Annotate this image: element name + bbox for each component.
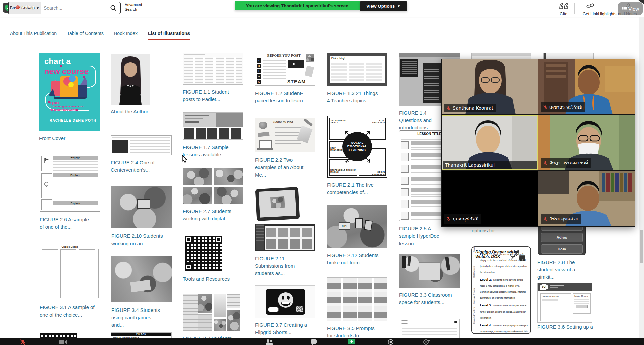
figure-thumbnail-dok[interactable]: Digging Deeper with Webb's DOK Recall Le… xyxy=(471,246,531,334)
smiley-icon xyxy=(277,292,294,308)
video-tile-asada[interactable]: อัษฎา วรรณคายนต์ xyxy=(538,115,635,170)
muted-mic-icon xyxy=(446,106,451,110)
caption-figure-2-2[interactable]: FIGURE 2.2 Two examples of an About Me..… xyxy=(255,156,305,178)
search-icon xyxy=(110,5,117,11)
figure-thumbnail-3-1[interactable]: Choice Board xyxy=(40,244,100,299)
search-button[interactable] xyxy=(107,2,120,14)
video-call-overlay: Santhana Koonrat เดชาธร จะริรัมย์ xyxy=(441,59,635,227)
caption-figure-2-6[interactable]: FIGURE 2.6 A sample of one of the... xyxy=(40,216,94,231)
cover-subtitle-2: to teaching essential skills xyxy=(50,105,84,108)
caption-figure-2-11[interactable]: FIGURE 2.11 Submissions from students as… xyxy=(255,255,297,277)
tab-book-index[interactable]: Book Index xyxy=(114,31,138,39)
figure-thumbnail-list-partial[interactable] xyxy=(399,319,460,339)
scrollbar[interactable] xyxy=(639,17,644,338)
figure-thumbnail-1-3[interactable]: Pick a thing! xyxy=(327,53,387,86)
figure-thumbnail-about-author[interactable] xyxy=(111,54,150,105)
caption-partial-options-for[interactable]: options for... xyxy=(472,227,529,234)
caption-figure-2-5[interactable]: FIGURE 2.5 A sample HyperDoc lesson... xyxy=(399,225,448,247)
tab-list-of-illustrations[interactable]: List of Illustrations xyxy=(148,31,190,40)
caption-figure-2-8[interactable]: FIGURE 2.8 The student view of a gimkit.… xyxy=(537,259,592,280)
caption-about-author[interactable]: About the Author xyxy=(111,108,171,115)
dok-level-1: Recall Level 1: Students receive informa… xyxy=(480,250,528,274)
screen: Basic Search ▼ ording Advanced Search Yo… xyxy=(0,0,644,345)
figure-thumbnail-1-2[interactable]: BEFORE YOU POST T H I N K STEAM xyxy=(255,53,315,86)
video-tile-thanakrit[interactable]: Thanakrit Lapassirikul xyxy=(442,115,538,170)
figure-thumbnail-2-2[interactable]: Sobre mi vida xyxy=(255,118,315,152)
byp-letter: T xyxy=(257,58,261,63)
video-tile-dechathon[interactable]: เดชาธร จะริรัมย์ xyxy=(538,59,635,114)
advanced-search-link[interactable]: Advanced Search xyxy=(125,2,148,12)
view-options-button[interactable]: View Options ▼ xyxy=(360,1,407,11)
record-icon[interactable] xyxy=(388,339,394,345)
yoteach-make-room: Make Room xyxy=(574,295,590,298)
caption-figure-1-2[interactable]: FIGURE 1.2 Student-paced lesson to learn… xyxy=(255,90,311,105)
dok-level-3: Strategic Thinking Level 3: Students mov… xyxy=(480,302,528,320)
yoteach-search-room: Search Room xyxy=(542,295,571,298)
reactions-icon[interactable] xyxy=(423,339,431,345)
figure-thumbnail-2-11b[interactable] xyxy=(255,224,315,251)
chevron-down-icon: ▼ xyxy=(36,6,39,10)
screenshare-banner: You are viewing Thanakrit Lapassirikul's… xyxy=(235,1,360,10)
figure-thumbnail-2-11a[interactable] xyxy=(255,187,300,221)
cite-button[interactable]: Cite xyxy=(553,3,574,16)
figure-thumbnail-2-6[interactable]: Engage Explore Explain xyxy=(40,154,100,212)
worksheet-engage-header: Engage xyxy=(53,156,98,160)
search-input[interactable] xyxy=(41,2,107,14)
figure-thumbnail-2-4[interactable] xyxy=(111,135,172,155)
chat-icon[interactable] xyxy=(310,339,317,345)
figure-thumbnail-2-1[interactable]: RELATIONSHIP SKILLS SELF-AWARENESS SELF-… xyxy=(327,116,387,178)
figure-thumbnail-3-4[interactable] xyxy=(111,256,172,302)
caption-figure-2-10[interactable]: FIGURE 2.10 Students working on an... xyxy=(111,232,165,247)
participants-icon[interactable] xyxy=(265,339,274,345)
caption-figure-3-5[interactable]: FIGURE 3.5 Prompts for students to... xyxy=(327,325,381,339)
caption-figure-2-7[interactable]: FIGURE 2.7 Students working with digital… xyxy=(183,208,236,222)
participant-name-badge: เดชาธร จะริรัมย์ xyxy=(541,102,585,112)
video-tile-watchara[interactable]: วัชระ สุขแสวง xyxy=(538,171,635,226)
figure-thumbnail-3-3[interactable] xyxy=(399,254,460,288)
bulb-icon xyxy=(44,181,49,188)
figure-thumbnail-3-6[interactable]: YO! Search Room Make Room xyxy=(537,283,592,323)
dok-credit: @woodard_julie xyxy=(513,330,528,332)
video-tile-santhana[interactable]: Santhana Koonrat xyxy=(442,59,538,114)
caption-figure-3-4[interactable]: FIGURE 3.4 Students using card games and… xyxy=(111,306,165,328)
figure-thumbnail-2-10[interactable] xyxy=(111,186,172,228)
byp-title: BEFORE YOU POST xyxy=(265,54,302,57)
caption-figure-1-3[interactable]: FIGURE 1.3 21 Things 4 Teachers topics..… xyxy=(327,90,381,105)
caption-figure-1-1[interactable]: FIGURE 1.1 Student posts to Padlet... xyxy=(183,88,233,103)
yoteach-logo: YO! xyxy=(540,284,548,290)
caption-tools-resources[interactable]: Tools and Resources xyxy=(183,275,240,283)
tab-about-this-publication[interactable]: About This Publication xyxy=(10,31,57,39)
caption-front-cover[interactable]: Front Cover xyxy=(39,135,99,142)
figure-thumbnail-3-8[interactable] xyxy=(183,294,240,331)
share-screen-icon[interactable] xyxy=(348,339,355,345)
figure-thumbnail-1-7[interactable] xyxy=(183,112,243,140)
muted-mic-icon xyxy=(543,161,547,165)
figure-thumbnail-1-1[interactable] xyxy=(183,53,243,85)
camera-icon[interactable] xyxy=(59,339,67,345)
caption-figure-3-1[interactable]: FIGURE 3.1 A sample of one of the choice… xyxy=(40,304,96,319)
qr-marker xyxy=(215,236,222,243)
header-divider xyxy=(574,3,575,14)
video-tile-boonyanuch[interactable]: บุณยนุช รัศมี xyxy=(442,171,538,226)
caption-figure-1-7[interactable]: FIGURE 1.7 Sample lessons available... xyxy=(183,144,230,158)
muted-mic-icon[interactable] xyxy=(19,339,26,345)
figure-thumbnail-3-5[interactable] xyxy=(327,277,387,321)
caption-figure-2-12[interactable]: FIGURE 2.12 Students broke out from... xyxy=(327,252,380,266)
caption-figure-3-6[interactable]: FIGURE 3.6 Setting up a xyxy=(537,323,598,331)
tab-table-of-contents[interactable]: Table of Contents xyxy=(67,31,104,39)
sobre-title: Sobre mi vida xyxy=(273,120,293,124)
cover-subtitle-1: a guide xyxy=(50,101,59,105)
figure-thumbnail-tools-qr[interactable] xyxy=(184,234,223,272)
figure-thumbnail-front-cover[interactable]: chart a new course a guide to teaching e… xyxy=(39,53,100,131)
figure-thumbnail-3-7[interactable] xyxy=(255,285,315,318)
caption-figure-2-1[interactable]: FIGURE 2.1 The five competencies of... xyxy=(327,181,376,196)
figure-thumbnail-2-12[interactable]: 801 xyxy=(327,205,387,248)
caption-figure-3-7[interactable]: FIGURE 3.7 Creating a Flipgrid Shorts... xyxy=(255,321,308,336)
zoom-view-button[interactable]: View xyxy=(618,2,643,15)
figure-thumbnail-2-7[interactable] xyxy=(183,168,243,204)
caption-figure-3-3[interactable]: FIGURE 3.3 Classroom space for students.… xyxy=(399,291,452,306)
muted-mic-icon xyxy=(543,217,547,221)
qr-marker xyxy=(185,236,193,243)
scrollbar-thumb[interactable] xyxy=(640,230,643,263)
caption-figure-2-4[interactable]: FIGURE 2.4 One of Centervention's... xyxy=(111,159,158,174)
